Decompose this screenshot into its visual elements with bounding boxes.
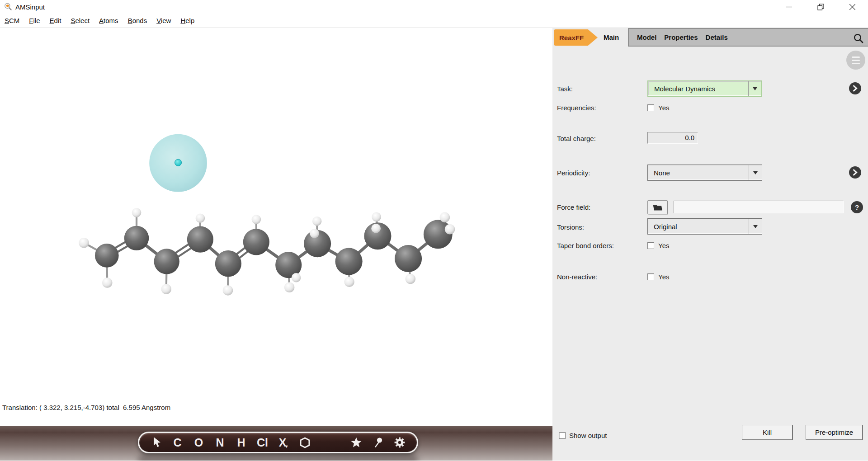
atom-c[interactable]: [424, 220, 453, 249]
atom-h[interactable]: [102, 278, 113, 288]
tab-model[interactable]: Model: [637, 33, 656, 41]
atom-c[interactable]: [124, 226, 149, 250]
atom-h[interactable]: [292, 273, 301, 282]
element-tool-c[interactable]: C: [167, 433, 188, 452]
atom-h[interactable]: [310, 229, 319, 238]
show-output-label: Show output: [569, 432, 607, 439]
atom-h[interactable]: [252, 215, 261, 224]
torsions-select[interactable]: Original: [647, 218, 762, 235]
star-tool-icon[interactable]: [345, 433, 367, 452]
menu-bar: SCMFileEditSelectAtomsBondsViewHelp: [0, 14, 868, 28]
app-magnifier-icon: [4, 2, 13, 11]
element-dropdown-caret-icon: ▼: [284, 444, 288, 449]
toolbar-reflection: [138, 454, 418, 461]
menu-item-select[interactable]: Select: [71, 17, 90, 24]
task-dropdown-arrow-icon[interactable]: [748, 81, 761, 96]
atom-c[interactable]: [395, 245, 422, 272]
total-charge-input[interactable]: 0.0: [647, 132, 698, 144]
element-tool-h[interactable]: H: [231, 433, 252, 452]
gear-tool-icon[interactable]: [389, 433, 410, 452]
menu-item-edit[interactable]: Edit: [50, 17, 61, 24]
molecule-scene[interactable]: [0, 28, 552, 461]
task-detail-arrow[interactable]: [849, 82, 861, 94]
atom-h[interactable]: [372, 212, 381, 222]
close-button[interactable]: [836, 0, 868, 14]
atom-h[interactable]: [371, 224, 381, 233]
module-tab-reaxff[interactable]: ReaxFF: [554, 29, 598, 46]
periodicity-value: None: [648, 169, 749, 177]
element-tool-x[interactable]: X▼: [273, 433, 294, 452]
periodicity-dropdown-arrow-icon[interactable]: [749, 165, 762, 180]
title-bar: AMSinput: [0, 0, 868, 14]
frequencies-checkbox[interactable]: [647, 104, 654, 111]
total-charge-label: Total charge:: [557, 135, 596, 142]
frequencies-option: Yes: [658, 104, 669, 112]
atom-h[interactable]: [79, 238, 89, 248]
menu-item-atoms[interactable]: Atoms: [99, 17, 118, 24]
atom-h[interactable]: [344, 277, 354, 287]
atom-c[interactable]: [215, 250, 241, 277]
menu-item-bonds[interactable]: Bonds: [128, 17, 147, 24]
molecule-viewport[interactable]: Translation: ( 3.322, 3.215,-4.703) tota…: [0, 28, 552, 461]
atom-c[interactable]: [154, 249, 179, 274]
balloon-tool-icon[interactable]: [367, 433, 389, 452]
panel-menu-circle-icon[interactable]: [846, 51, 865, 70]
tab-bar: Model Properties Details: [628, 28, 868, 47]
torsions-label: Torsions:: [557, 223, 584, 231]
restore-button[interactable]: [805, 0, 836, 14]
window-title: AMSinput: [15, 3, 45, 11]
atom-h[interactable]: [445, 224, 455, 235]
menu-item-help[interactable]: Help: [180, 17, 194, 24]
atom-c[interactable]: [187, 226, 213, 253]
search-icon[interactable]: [853, 33, 864, 44]
non-reactive-label: Non-reactive:: [557, 273, 597, 281]
atom-h[interactable]: [161, 284, 171, 294]
periodicity-select[interactable]: None: [647, 165, 762, 181]
pointer-tool[interactable]: [146, 433, 167, 452]
taper-bond-orders-checkbox[interactable]: [647, 242, 654, 249]
atom-h[interactable]: [223, 285, 233, 296]
atom-h[interactable]: [284, 282, 295, 293]
tab-details[interactable]: Details: [706, 33, 728, 41]
force-field-browse-button[interactable]: [647, 200, 668, 214]
atom-h[interactable]: [196, 213, 205, 223]
input-panel: ReaxFF Main Model Properties Details Tas…: [552, 28, 868, 461]
force-field-input[interactable]: [674, 201, 844, 213]
menu-item-view[interactable]: View: [156, 17, 171, 24]
atom-h[interactable]: [440, 212, 450, 223]
atom-h[interactable]: [312, 216, 322, 226]
torsions-value: Original: [648, 223, 749, 230]
menu-item-scm[interactable]: SCM: [5, 17, 19, 24]
element-tool-o[interactable]: O: [188, 433, 209, 452]
non-reactive-option: Yes: [658, 273, 669, 281]
atom-c[interactable]: [243, 229, 269, 255]
force-field-label: Force field:: [557, 203, 590, 211]
element-tool-cl[interactable]: Cl: [252, 433, 273, 452]
menu-item-file[interactable]: File: [29, 17, 40, 24]
task-value: Molecular Dynamics: [648, 85, 748, 93]
element-tool-n[interactable]: N: [209, 433, 231, 452]
non-reactive-checkbox[interactable]: [647, 273, 654, 280]
torsions-dropdown-arrow-icon[interactable]: [749, 219, 762, 234]
tab-properties[interactable]: Properties: [664, 33, 698, 41]
periodicity-detail-arrow[interactable]: [849, 166, 861, 179]
bottom-strip: CONHClX▼: [0, 426, 552, 461]
frequencies-label: Frequencies:: [557, 104, 596, 112]
periodicity-label: Periodicity:: [557, 169, 590, 177]
kill-button[interactable]: Kill: [742, 425, 793, 440]
folder-icon: [653, 203, 663, 211]
tab-main[interactable]: Main: [599, 28, 623, 47]
taper-bond-orders-label: Taper bond orders:: [557, 242, 614, 249]
force-field-help-button[interactable]: ?: [851, 201, 863, 213]
task-select[interactable]: Molecular Dynamics: [647, 80, 762, 97]
ring-tool-icon[interactable]: [294, 433, 316, 452]
atom-c[interactable]: [95, 244, 119, 268]
status-translation-text: Translation: ( 3.322, 3.215,-4.703) tota…: [2, 404, 170, 411]
atom-h[interactable]: [132, 208, 142, 217]
atom-h[interactable]: [406, 274, 416, 284]
selected-atom-glow[interactable]: [149, 134, 207, 192]
show-output-checkbox[interactable]: [559, 432, 566, 439]
minimize-button[interactable]: [773, 0, 805, 14]
atom-c[interactable]: [335, 248, 363, 275]
preoptimize-button[interactable]: Pre-optimize: [806, 425, 863, 440]
